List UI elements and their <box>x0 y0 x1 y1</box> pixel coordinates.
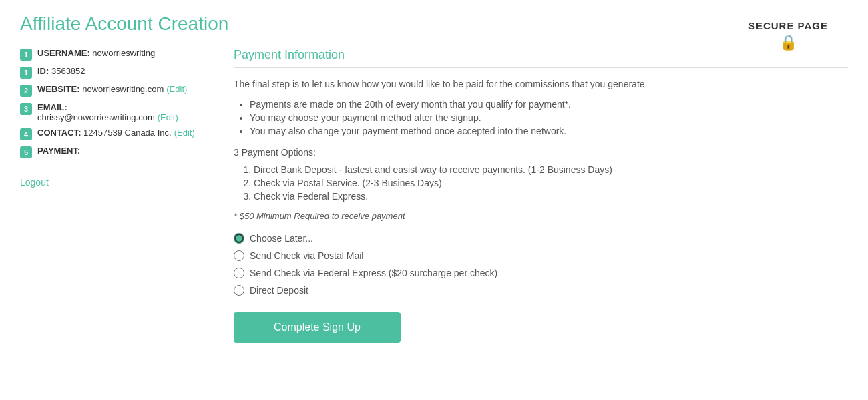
bullet-item: Payments are made on the 20th of every m… <box>250 99 848 110</box>
divider <box>234 67 848 68</box>
payment-option-item: Check via Federal Express. <box>254 191 848 202</box>
payment-option-item: Direct Bank Deposit - fastest and easist… <box>254 164 848 175</box>
sidebar-item: 4CONTACT: 12457539 Canada Inc.(Edit) <box>20 128 207 140</box>
radio-item-postal-mail[interactable]: Send Check via Postal Mail <box>234 250 848 261</box>
payment-option-item: Check via Postal Service. (2-3 Busines D… <box>254 178 848 188</box>
intro-text: The final step is to let us know how you… <box>234 79 848 89</box>
radio-label-direct-deposit: Direct Deposit <box>250 285 308 296</box>
lock-icon: 🔒 <box>748 34 828 51</box>
edit-link[interactable]: (Edit) <box>166 84 187 94</box>
logout-link[interactable]: Logout <box>20 177 49 188</box>
sidebar-item: 1ID: 3563852 <box>20 66 207 79</box>
step-badge: 3 <box>20 103 32 115</box>
sidebar-item: 5PAYMENT: <box>20 146 207 158</box>
page-title: Affiliate Account Creation <box>20 13 848 35</box>
sidebar-item: 2WEBSITE: noworrieswriting.com(Edit) <box>20 84 207 97</box>
minimum-note: * $50 Minimum Required to receive paymen… <box>234 211 848 221</box>
edit-link[interactable]: (Edit) <box>174 128 195 138</box>
sidebar-item: 3EMAIL: chrissy@noworrieswriting.com(Edi… <box>20 102 207 122</box>
bullet-list: Payments are made on the 20th of every m… <box>234 99 848 136</box>
bullet-item: You may also change your payment method … <box>250 126 848 136</box>
payment-options-list: Direct Bank Deposit - fastest and easist… <box>234 164 848 202</box>
radio-input-federal-express[interactable] <box>234 268 244 278</box>
radio-item-direct-deposit[interactable]: Direct Deposit <box>234 285 848 296</box>
secure-label: SECURE PAGE <box>748 20 828 31</box>
secure-section: SECURE PAGE 🔒 <box>748 20 828 51</box>
radio-item-federal-express[interactable]: Send Check via Federal Express ($20 surc… <box>234 268 848 278</box>
sidebar-item-label: ID: 3563852 <box>37 66 85 76</box>
radio-label-postal-mail: Send Check via Postal Mail <box>250 250 363 261</box>
sidebar-item-label: USERNAME: noworrieswriting <box>37 48 155 58</box>
edit-link[interactable]: (Edit) <box>158 112 178 122</box>
sidebar-item-label: PAYMENT: <box>37 146 80 156</box>
radio-input-choose-later[interactable] <box>234 233 244 244</box>
step-badge: 2 <box>20 85 32 97</box>
bullet-item: You may choose your payment method after… <box>250 112 848 123</box>
radio-label-choose-later: Choose Later... <box>250 233 313 244</box>
radio-group: Choose Later...Send Check via Postal Mai… <box>234 233 848 296</box>
sidebar-item-label: WEBSITE: noworrieswriting.com(Edit) <box>37 84 187 94</box>
step-badge: 5 <box>20 146 32 158</box>
complete-signup-button[interactable]: Complete Sign Up <box>234 312 401 343</box>
payment-options-label: 3 Payment Options: <box>234 147 848 158</box>
radio-item-choose-later[interactable]: Choose Later... <box>234 233 848 244</box>
sidebar-item-label: CONTACT: 12457539 Canada Inc.(Edit) <box>37 128 195 138</box>
radio-label-federal-express: Send Check via Federal Express ($20 surc… <box>250 268 497 278</box>
step-badge: 1 <box>20 67 32 79</box>
sidebar-item-label: EMAIL: chrissy@noworrieswriting.com(Edit… <box>37 102 207 122</box>
step-badge: 1 <box>20 49 32 61</box>
main-content: Payment Information The final step is to… <box>227 48 848 349</box>
step-badge: 4 <box>20 128 32 140</box>
radio-input-direct-deposit[interactable] <box>234 285 244 296</box>
radio-input-postal-mail[interactable] <box>234 250 244 261</box>
sidebar: 1USERNAME: noworrieswriting1ID: 35638522… <box>20 48 207 349</box>
sidebar-item: 1USERNAME: noworrieswriting <box>20 48 207 61</box>
